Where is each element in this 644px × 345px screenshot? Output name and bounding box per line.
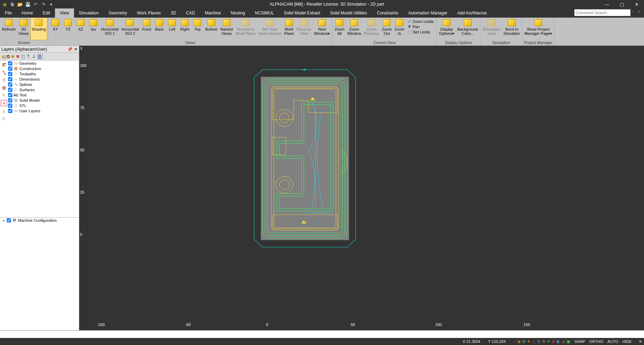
ribbon-horizontal-iso-2[interactable]: HorizontalISO 2 [120,18,141,40]
leftrail-icon-5[interactable]: ▦ [1,84,7,91]
tab-automation-manager[interactable]: Automation Manager [403,8,452,18]
ribbon-left[interactable]: Left [166,18,178,40]
command-strip[interactable] [0,330,644,338]
layer-row-user-layers[interactable]: ▭User Layers [0,108,79,113]
tab-view[interactable]: View [55,8,74,18]
leftrail-icon-1[interactable]: ▤ [1,54,7,60]
layers-tool-4-icon[interactable]: ✖ [16,54,20,59]
status-icon-2[interactable]: ◈ [517,339,521,344]
layer-row-solid-model[interactable]: ▧Solid Model [0,98,79,103]
ribbon-background-color-[interactable]: BackgroundColor... [456,18,479,40]
tab-work-planes[interactable]: Work Planes [132,8,166,18]
layer-checkbox[interactable] [8,93,12,97]
status-icon-5[interactable]: ⊥ [532,339,535,344]
redo-icon[interactable]: ↷ [40,1,47,7]
tab-machine[interactable]: Machine [200,8,226,18]
tab-constraints[interactable]: Constraints [372,8,403,18]
ribbon-top[interactable]: Top [191,18,204,40]
status-ortho[interactable]: ORTHO [589,339,603,344]
ribbon-right[interactable]: Right [178,18,191,40]
ribbon-xy[interactable]: XY [49,18,62,40]
tab-nesting[interactable]: Nesting [226,8,250,18]
ribbon-back[interactable]: Back [153,18,166,40]
undo-icon[interactable]: ↶ [32,1,39,7]
new-file-icon[interactable]: 🗎 [9,1,16,7]
ribbon-xz[interactable]: XZ [74,18,87,40]
status-icon-11[interactable]: ⊿ [562,339,565,344]
ribbon-bottom[interactable]: Bottom [204,18,219,40]
close-button[interactable]: ✕ [629,0,644,8]
tab-solid-model-utilities[interactable]: Solid Model Utilities [325,8,372,18]
save-icon[interactable]: 💾 [25,1,31,7]
open-folder-icon[interactable]: 📂 [17,1,23,7]
layer-row-dimensions[interactable]: ↔Dimensions [0,76,79,82]
tab-add-ins-macros[interactable]: Add-Ins/Macros [452,8,492,18]
layer-checkbox[interactable] [8,67,12,71]
ribbon-set-limits[interactable]: ⬚Set Limits [408,30,434,34]
ribbon-show-project-manager-page-[interactable]: Show ProjectManager Page▾ [523,18,553,40]
panel-pin-icon[interactable]: 📌 [67,47,73,52]
machine-config-checkbox[interactable] [7,218,11,222]
leftrail-icon-3[interactable]: ✎ [1,69,7,75]
maximize-button[interactable]: ▢ [614,0,629,8]
ribbon-send-to-simulator[interactable]: Send toSimulator [502,18,521,40]
ribbon-shading[interactable]: Shading [30,18,47,40]
help-icon[interactable]: ? [638,10,643,15]
status-icon-10[interactable]: ◐ [557,339,560,344]
leftrail-icon-9[interactable]: 🗋 [1,115,7,122]
ribbon-refresh[interactable]: Refresh [1,18,17,40]
tab-ncsimul[interactable]: NCSIMUL [250,8,279,18]
machine-config-tree[interactable]: ▸ ⚙ Machine Configuration [0,218,79,330]
ribbon-zoom-limits[interactable]: ⤢Zoom Limits [408,19,434,24]
layer-row-splines[interactable]: ∿Splines [0,82,79,87]
layer-row-surfaces[interactable]: ◊Surfaces [0,87,79,92]
status-icon-1[interactable]: ⌂ [514,339,516,344]
status-icon-4[interactable]: ✦ [527,339,530,344]
ribbon-3d-views[interactable]: 3DViews [17,18,30,40]
tab-file[interactable]: File [0,8,17,18]
tab-home[interactable]: Home [17,8,38,18]
layer-checkbox[interactable] [8,72,12,76]
leftrail-icon-8[interactable]: ⊥ [1,108,7,114]
ribbon-iso[interactable]: Iso [87,18,100,40]
ribbon-new-window-[interactable]: NewWindow▾ [313,18,331,40]
status-icon-8[interactable]: ✛ [547,339,550,344]
tab-3d[interactable]: 3D [166,8,181,18]
ribbon-zoom-all[interactable]: ZoomAll [333,18,346,40]
leftrail-icon-2[interactable]: ◧ [1,61,7,68]
tab-edit[interactable]: Edit [38,8,55,18]
ribbon-zoom-out[interactable]: ZoomOut [380,18,393,40]
status-snap[interactable]: SNAP [575,339,585,344]
layer-row-text[interactable]: AbText [0,92,79,98]
ribbon-horizontal-iso-1[interactable]: HorizontalISO 1 [100,18,120,40]
status-icon-7[interactable]: ⟲ [542,339,545,344]
status-icon-9[interactable]: ⊗ [552,339,555,344]
minimize-button[interactable]: — [600,0,614,8]
status-auto[interactable]: AUTO [607,339,618,344]
ribbon-zoom-in[interactable]: ZoomIn [393,18,406,40]
tab-solid-model-extract[interactable]: Solid Model Extract [279,8,325,18]
layer-checkbox[interactable] [8,77,12,81]
canvas[interactable]: Y 1007550250 -100-50050100150 [79,46,644,330]
layers-tool-8-icon[interactable]: ☰ [37,54,43,59]
ribbon-yz[interactable]: YZ [62,18,74,40]
ribbon-named-views[interactable]: NamedViews [219,18,234,40]
layer-checkbox[interactable] [8,82,12,87]
ribbon-front[interactable]: Front [140,18,153,40]
ribbon-pan[interactable]: ✥Pan [408,24,434,29]
app-icon[interactable]: ◉ [1,1,8,7]
layer-row-stl[interactable]: △STL [0,103,79,108]
tab-cad[interactable]: CAD [181,8,200,18]
leftrail-icon-7[interactable]: ≡ [1,100,7,106]
status-icon-12[interactable]: ▣ [566,339,570,344]
layers-tool-5-icon[interactable]: ◫ [21,54,25,59]
layer-row-toolpaths[interactable]: ▸⎍Toolpaths [0,71,79,76]
leftrail-icon-4[interactable]: ⎙ [1,77,7,83]
layer-row-geometry[interactable]: ▸▭Geometry [0,61,79,66]
layer-tree[interactable]: ▸▭Geometry▦Construction▸⎍Toolpaths↔Dimen… [0,61,79,218]
status-icon-6[interactable]: ↯ [537,339,540,344]
layer-checkbox[interactable] [8,61,12,65]
layer-checkbox[interactable] [8,104,12,108]
layer-checkbox[interactable] [8,109,12,113]
status-close-icon[interactable]: ✕ [639,339,642,344]
